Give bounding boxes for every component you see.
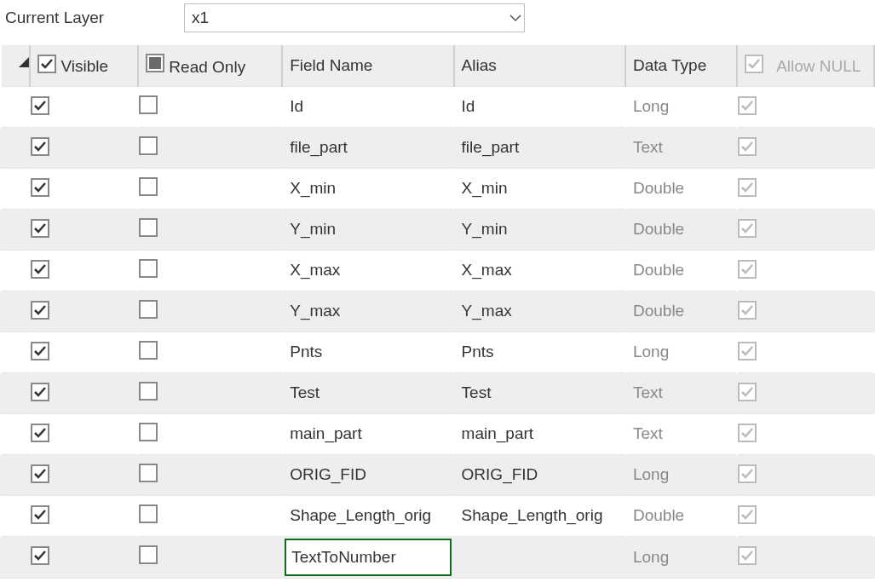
checkbox[interactable] <box>139 504 158 523</box>
checkbox[interactable] <box>139 341 158 360</box>
field-name-cell[interactable]: Shape_Length_orig <box>283 506 452 525</box>
visible-header-checkbox[interactable] <box>37 55 56 73</box>
readonly-cell[interactable] <box>138 536 282 578</box>
alias-cell[interactable]: Test <box>455 383 625 402</box>
field-name-cell[interactable]: Id <box>283 97 452 116</box>
visible-cell[interactable] <box>30 536 138 578</box>
table-row[interactable]: Y_maxY_maxDouble <box>1 291 874 331</box>
data-type-cell[interactable]: Long <box>626 548 736 567</box>
data-type-cell[interactable]: Long <box>626 97 736 116</box>
header-visible[interactable]: Visible <box>30 45 138 86</box>
checkbox[interactable] <box>31 424 49 442</box>
data-type-cell[interactable]: Double <box>626 261 736 280</box>
checkbox[interactable] <box>31 464 49 483</box>
checkbox[interactable] <box>139 259 158 278</box>
table-row[interactable]: TextToNumberLong <box>1 536 874 578</box>
current-layer-dropdown[interactable]: x1 <box>184 3 525 32</box>
alias-cell[interactable]: main_part <box>455 424 625 443</box>
readonly-cell[interactable] <box>138 209 282 250</box>
field-name-cell[interactable]: Y_min <box>283 220 452 239</box>
header-allownull[interactable]: Allow NULL <box>737 45 874 86</box>
visible-cell[interactable] <box>30 372 138 413</box>
table-row[interactable]: PntsPntsLong <box>1 331 874 372</box>
checkbox[interactable] <box>31 260 49 279</box>
checkbox[interactable] <box>31 505 49 524</box>
visible-cell[interactable] <box>30 250 138 291</box>
header-datatype[interactable]: Data Type <box>625 45 737 86</box>
checkbox[interactable] <box>31 219 49 238</box>
checkbox[interactable] <box>139 218 158 237</box>
visible-cell[interactable] <box>30 86 138 127</box>
field-name-cell[interactable]: X_min <box>283 179 452 198</box>
checkbox[interactable] <box>31 546 49 565</box>
alias-cell[interactable]: X_max <box>455 261 625 280</box>
alias-cell[interactable]: X_min <box>455 179 625 198</box>
table-row[interactable]: main_partmain_partText <box>1 413 874 454</box>
checkbox[interactable] <box>139 382 158 401</box>
table-row[interactable]: Shape_Length_origShape_Length_origDouble <box>1 495 874 536</box>
table-row[interactable]: TestTestText <box>1 372 874 413</box>
alias-cell[interactable]: Y_max <box>455 302 625 320</box>
readonly-cell[interactable] <box>138 291 282 331</box>
checkbox[interactable] <box>31 178 49 197</box>
alias-cell[interactable]: ORIG_FID <box>455 465 625 484</box>
alias-cell[interactable]: Y_min <box>455 220 625 239</box>
readonly-cell[interactable] <box>138 372 282 413</box>
field-name-cell[interactable]: Y_max <box>283 302 452 320</box>
visible-cell[interactable] <box>30 168 138 209</box>
checkbox[interactable] <box>139 177 158 196</box>
data-type-cell[interactable]: Text <box>626 424 736 443</box>
checkbox[interactable] <box>31 137 49 156</box>
data-type-cell[interactable]: Double <box>626 302 736 320</box>
table-row[interactable]: X_maxX_maxDouble <box>1 250 874 291</box>
readonly-cell[interactable] <box>138 168 282 209</box>
readonly-cell[interactable] <box>138 86 282 127</box>
checkbox[interactable] <box>31 301 49 320</box>
readonly-cell[interactable] <box>138 331 282 372</box>
alias-cell[interactable]: Pnts <box>455 343 625 361</box>
visible-cell[interactable] <box>30 495 138 536</box>
alias-cell[interactable]: file_part <box>455 138 625 157</box>
field-name-edit[interactable]: TextToNumber <box>285 539 451 576</box>
data-type-cell[interactable]: Double <box>626 506 736 525</box>
field-name-cell[interactable]: Test <box>283 383 452 402</box>
visible-cell[interactable] <box>30 291 138 331</box>
field-name-cell[interactable]: file_part <box>283 138 452 157</box>
alias-cell[interactable]: Shape_Length_orig <box>455 506 625 525</box>
visible-cell[interactable] <box>30 127 138 168</box>
data-type-cell[interactable]: Long <box>626 343 736 361</box>
data-type-cell[interactable]: Text <box>626 383 736 402</box>
expand-all-toggle[interactable] <box>1 45 30 86</box>
checkbox[interactable] <box>139 464 158 482</box>
readonly-header-checkbox[interactable] <box>146 54 164 72</box>
field-name-cell[interactable]: main_part <box>283 424 452 443</box>
table-row[interactable]: ORIG_FIDORIG_FIDLong <box>1 454 874 495</box>
checkbox[interactable] <box>31 96 49 115</box>
table-row[interactable]: file_partfile_partText <box>1 127 874 168</box>
readonly-cell[interactable] <box>138 495 282 536</box>
table-row[interactable]: X_minX_minDouble <box>1 168 874 209</box>
readonly-cell[interactable] <box>138 454 282 495</box>
readonly-cell[interactable] <box>138 127 282 168</box>
visible-cell[interactable] <box>30 454 138 495</box>
checkbox[interactable] <box>139 423 158 441</box>
data-type-cell[interactable]: Text <box>626 138 736 157</box>
checkbox[interactable] <box>139 545 158 564</box>
checkbox[interactable] <box>31 342 49 360</box>
checkbox[interactable] <box>139 136 158 155</box>
table-row[interactable]: IdIdLong <box>1 86 874 127</box>
data-type-cell[interactable]: Long <box>626 465 736 484</box>
header-readonly[interactable]: Read Only <box>138 45 282 86</box>
data-type-cell[interactable]: Double <box>626 179 736 198</box>
table-row[interactable]: Y_minY_minDouble <box>1 209 874 250</box>
alias-cell[interactable]: Id <box>455 97 625 116</box>
fields-grid[interactable]: Visible Read Only Field Name Alias Data … <box>0 45 875 579</box>
visible-cell[interactable] <box>30 209 138 250</box>
field-name-cell[interactable]: ORIG_FID <box>283 465 452 484</box>
checkbox[interactable] <box>139 300 158 319</box>
header-fieldname[interactable]: Field Name <box>282 45 453 86</box>
field-name-cell[interactable]: X_max <box>283 261 452 280</box>
checkbox[interactable] <box>139 95 158 114</box>
readonly-cell[interactable] <box>138 413 282 454</box>
data-type-cell[interactable]: Double <box>626 220 736 239</box>
